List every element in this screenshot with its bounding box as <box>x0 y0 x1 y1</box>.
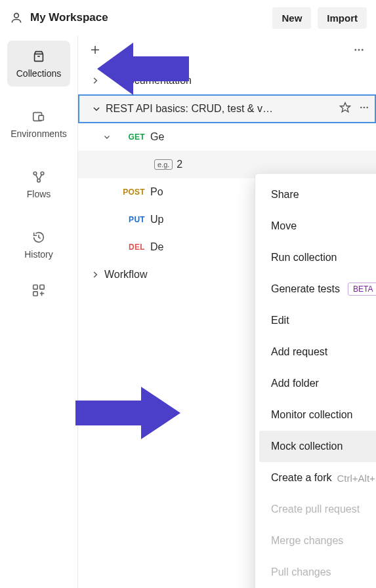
sidebar-more-icon[interactable] <box>31 283 46 300</box>
beta-badge: BETA <box>348 283 376 296</box>
request-label: De <box>150 241 163 253</box>
svg-point-17 <box>362 49 364 51</box>
box-icon <box>31 49 47 64</box>
sidebar-item-environments[interactable]: Environments <box>7 101 70 147</box>
svg-marker-23 <box>75 387 180 439</box>
chevron-down-icon[interactable] <box>87 104 106 113</box>
example-badge-icon: e.g. <box>154 159 173 170</box>
method-badge: PUT <box>116 215 145 224</box>
sidebar-item-label: Collections <box>16 68 61 79</box>
menu-item-add-request[interactable]: Add request <box>259 336 376 368</box>
menu-item-move[interactable]: Move <box>259 210 376 242</box>
menu-item-generate-tests[interactable]: Generate testsBETA <box>259 273 376 305</box>
chevron-right-icon[interactable] <box>86 270 104 279</box>
top-bar: My Workspace New Import <box>0 0 376 35</box>
example-label: 2 <box>177 159 182 170</box>
sidebar-item-label: Environments <box>10 128 67 139</box>
request-label: Po <box>150 186 163 198</box>
svg-rect-10 <box>33 292 37 296</box>
menu-item-mock-collection[interactable]: Mock collection <box>259 431 376 462</box>
sidebar-item-label: History <box>24 249 53 260</box>
menu-item-pull-changes: Pull changes <box>259 557 376 588</box>
menu-item-create-fork[interactable]: Create a forkCtrl+Alt+F <box>259 462 376 494</box>
svg-point-15 <box>354 49 356 51</box>
svg-rect-9 <box>40 285 44 289</box>
sidebar-item-flows[interactable]: Flows <box>7 161 70 207</box>
collection-label: Workflow <box>104 269 148 281</box>
request-label: Up <box>150 214 163 225</box>
env-icon <box>31 109 47 125</box>
method-badge: DEL <box>116 243 145 252</box>
star-icon[interactable] <box>337 99 354 119</box>
flows-icon <box>31 169 47 185</box>
svg-point-20 <box>364 107 366 109</box>
new-button[interactable]: New <box>272 7 311 29</box>
svg-point-21 <box>366 107 368 109</box>
chevron-down-icon[interactable] <box>98 133 116 141</box>
menu-item-merge-changes: Merge changes <box>259 525 376 557</box>
sidebar-item-collections[interactable]: Collections <box>7 41 70 87</box>
shortcut-label: Ctrl+Alt+F <box>337 473 376 484</box>
sidebar-item-label: Flows <box>27 189 51 199</box>
svg-point-16 <box>358 49 360 51</box>
svg-point-0 <box>14 13 19 18</box>
menu-item-edit[interactable]: Edit <box>259 305 376 336</box>
main-panel: documentation REST API basics: CRUD, tes… <box>77 35 376 588</box>
menu-item-share[interactable]: Share <box>259 179 376 210</box>
sidebar-item-history[interactable]: History <box>7 222 70 267</box>
left-sidebar: Collections Environments Flows History <box>0 35 77 588</box>
menu-item-create-pull-request: Create pull request <box>259 494 376 525</box>
svg-marker-18 <box>341 103 350 112</box>
svg-rect-8 <box>33 285 37 289</box>
import-button[interactable]: Import <box>318 7 367 29</box>
svg-rect-4 <box>39 115 43 120</box>
svg-marker-22 <box>97 43 189 95</box>
svg-rect-1 <box>35 54 43 61</box>
method-badge: POST <box>116 187 145 197</box>
request-item[interactable]: GET Ge <box>78 123 376 151</box>
history-icon <box>31 229 47 245</box>
method-badge: GET <box>116 132 145 142</box>
collection-item-selected[interactable]: REST API basics: CRUD, test & va... <box>78 94 376 123</box>
menu-item-run-collection[interactable]: Run collection <box>259 242 376 273</box>
context-menu: Share Move Run collection Generate tests… <box>255 173 376 588</box>
menu-item-add-folder[interactable]: Add folder <box>259 368 376 399</box>
menu-list: Share Move Run collection Generate tests… <box>255 179 376 588</box>
annotation-arrow-left <box>97 39 189 98</box>
annotation-arrow-right <box>75 383 180 442</box>
row-more-icon[interactable] <box>354 102 375 115</box>
workspace-title[interactable]: My Workspace <box>30 11 266 24</box>
svg-point-19 <box>360 107 362 109</box>
collection-label: REST API basics: CRUD, test & va... <box>106 103 276 115</box>
menu-item-monitor-collection[interactable]: Monitor collection <box>259 399 376 431</box>
user-icon <box>9 10 24 25</box>
request-label: Ge <box>150 131 164 143</box>
more-options-icon[interactable] <box>347 38 371 62</box>
